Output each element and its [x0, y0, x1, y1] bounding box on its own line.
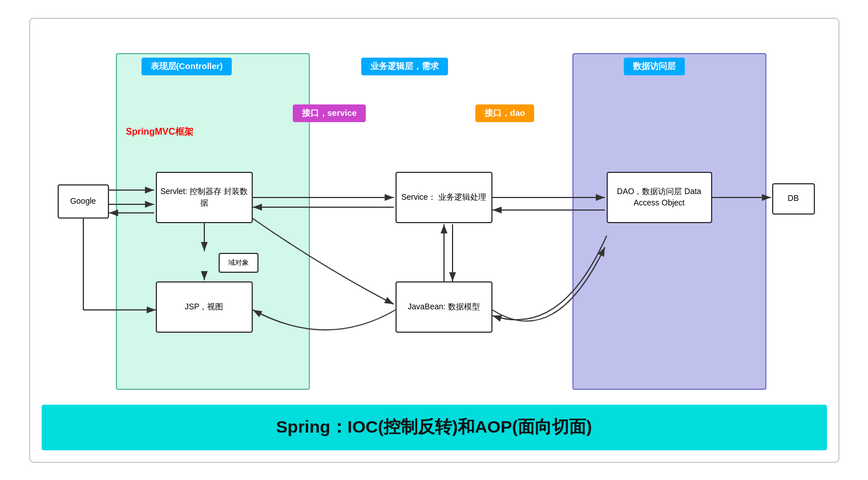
label-data-access: 数据访问层 [624, 58, 685, 75]
box-dao: DAO，数据访问层 Data Access Object [607, 172, 712, 223]
label-yewu: 业务逻辑层，需求 [361, 58, 448, 75]
springmvc-label: SpringMVC框架 [126, 126, 193, 138]
label-biaoxian: 表现层(Controller) [142, 58, 232, 75]
box-google: Google [58, 184, 109, 219]
box-jsp: JSP，视图 [156, 281, 253, 333]
label-jiekou-service: 接口，service [293, 104, 366, 122]
box-servlet: Servlet: 控制器存 封装数据 [156, 172, 253, 223]
diagram-area: 表现层(Controller) 业务逻辑层，需求 数据访问层 接口，servic… [42, 30, 827, 450]
box-service: Service： 业务逻辑处理 [395, 172, 492, 223]
bottom-banner-text: Spring：IOC(控制反转)和AOP(面向切面) [276, 416, 592, 439]
box-domain: 域对象 [219, 253, 259, 273]
label-jiekou-dao: 接口，dao [475, 104, 535, 122]
bottom-banner: Spring：IOC(控制反转)和AOP(面向切面) [42, 405, 827, 450]
box-javabean: JavaBean: 数据模型 [395, 281, 492, 333]
box-db: DB [772, 183, 815, 215]
main-container: 表现层(Controller) 业务逻辑层，需求 数据访问层 接口，servic… [29, 18, 839, 463]
